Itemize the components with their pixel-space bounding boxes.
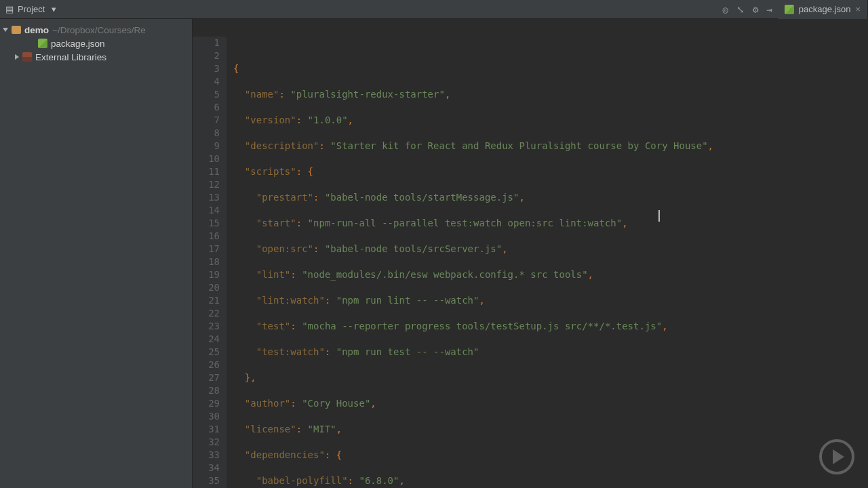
expand-triangle-icon[interactable] [15, 54, 19, 60]
hide-tool-window-icon[interactable]: ⇥ [766, 4, 772, 15]
folder-icon [12, 26, 21, 34]
editor-tabs: package.json × [778, 0, 868, 19]
json-file-icon [785, 5, 794, 14]
tree-file-name: package.json [51, 39, 105, 49]
tree-root-path: ~/Dropbox/Courses/Re [52, 25, 146, 35]
tree-external-libraries-label: External Libraries [35, 52, 106, 62]
line-gutter: 1 2 3 4 5 6 7 8 9 10 11 12 13 14 15 16 1… [193, 37, 226, 488]
gear-icon[interactable]: ⚙ [753, 4, 758, 15]
tab-filename: package.json [799, 4, 851, 14]
tab-package-json[interactable]: package.json × [778, 0, 868, 19]
close-tab-icon[interactable]: × [855, 4, 861, 14]
tree-file-package-json[interactable]: package.json [0, 37, 192, 50]
library-icon [22, 52, 32, 62]
text-cursor [658, 210, 660, 222]
project-toolbar-icons: ◎ ⤡ ⚙ ⇥ [722, 4, 777, 15]
project-label-text: Project [18, 4, 45, 14]
top-toolbar: ▤ Project ▾ ◎ ⤡ ⚙ ⇥ package.json × [0, 0, 868, 19]
code-editor[interactable]: 1 2 3 4 5 6 7 8 9 10 11 12 13 14 15 16 1… [193, 19, 868, 488]
project-tree[interactable]: demo ~/Dropbox/Courses/Re package.json E… [0, 19, 193, 488]
tree-root-name: demo [24, 25, 49, 35]
locate-icon[interactable]: ◎ [722, 4, 728, 15]
code-area[interactable]: { "name": "pluralsight-redux-starter", "… [226, 37, 868, 488]
ide-window: ▤ Project ▾ ◎ ⤡ ⚙ ⇥ package.json × demo … [0, 0, 868, 488]
project-toolwindow-button[interactable]: ▤ Project ▾ [0, 4, 56, 14]
main-split: demo ~/Dropbox/Courses/Re package.json E… [0, 19, 868, 488]
project-dropdown-caret-icon: ▾ [52, 4, 56, 14]
play-overlay-icon[interactable] [819, 439, 854, 474]
project-icon: ▤ [5, 4, 14, 14]
expand-triangle-icon[interactable] [3, 28, 8, 32]
collapse-all-icon[interactable]: ⤡ [736, 4, 745, 15]
tree-external-libraries[interactable]: External Libraries [0, 50, 192, 64]
tree-root[interactable]: demo ~/Dropbox/Courses/Re [0, 23, 192, 37]
json-file-icon [38, 39, 47, 48]
